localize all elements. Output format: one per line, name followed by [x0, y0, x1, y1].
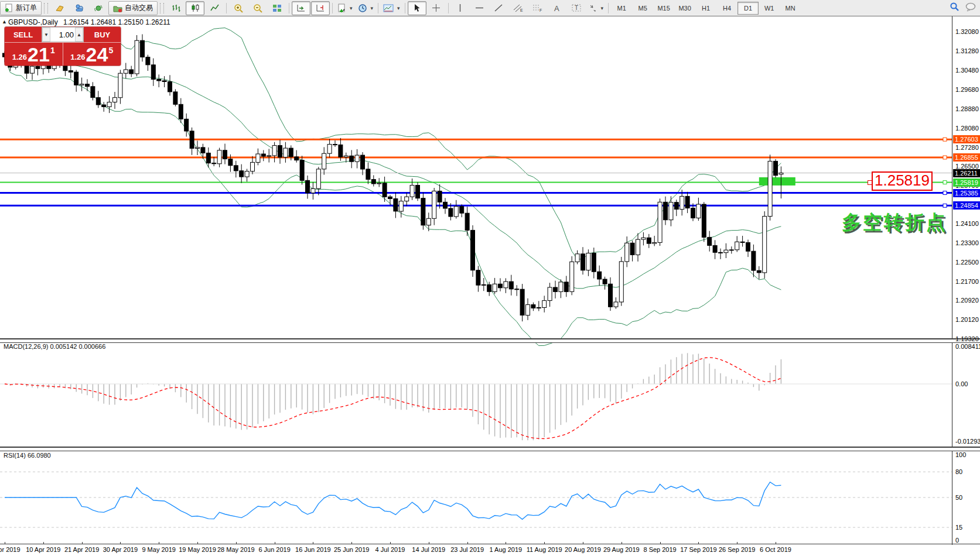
toolbar-grip[interactable]	[160, 3, 164, 13]
price-tick-label: 1.19320	[955, 335, 979, 342]
chart-canvas[interactable]	[0, 0, 980, 556]
level-price-badge: 1.26855	[953, 153, 980, 162]
autotrading-button[interactable]: 自动交易	[108, 1, 158, 15]
timeframe-button-H1[interactable]: H1	[695, 2, 716, 15]
price-axis-line	[952, 16, 952, 545]
timeframe-button-M15[interactable]: M15	[653, 2, 674, 15]
sell-price-big: 21	[28, 44, 50, 64]
date-tick-mark	[43, 542, 44, 544]
new-order-icon	[5, 4, 13, 12]
price-tick-label: 1.28880	[955, 105, 979, 112]
mt4-window: 新订单 自动交易	[0, 0, 980, 556]
arrows-tool-dropdown[interactable]: ▾	[586, 1, 606, 15]
buy-price[interactable]: 1.26 24 5	[63, 43, 121, 66]
panel-separator[interactable]	[0, 338, 980, 343]
fibonacci-tool-icon[interactable]: F	[528, 1, 547, 15]
date-tick-mark	[467, 542, 468, 544]
autotrading-label: 自动交易	[125, 3, 153, 13]
tile-windows-icon[interactable]	[268, 1, 286, 15]
toolbar-right	[950, 2, 976, 14]
macd-tick-label: -0.012931	[955, 438, 980, 445]
macd-main-value: 0.005142	[50, 343, 77, 350]
sell-price[interactable]: 1.26 21 1	[5, 43, 63, 66]
buy-price-sup: 5	[108, 46, 113, 55]
rsi-tick-label: 100	[955, 451, 966, 458]
trendline-tool-icon[interactable]	[490, 1, 508, 15]
volume-increase-button[interactable]: ▲	[75, 28, 83, 42]
timeframe-button-D1[interactable]: D1	[737, 2, 759, 15]
volume-input[interactable]	[50, 28, 75, 42]
new-chart-dropdown[interactable]: ▾	[335, 1, 355, 15]
timeframe-button-M30[interactable]: M30	[674, 2, 695, 15]
bar-chart-icon[interactable]	[166, 1, 185, 15]
chart-symbol: GBPUSD-,Daily	[8, 18, 58, 26]
history-center-icon[interactable]	[50, 1, 69, 15]
date-tick-mark	[197, 542, 198, 544]
toolbar-grip[interactable]	[44, 3, 48, 13]
date-tick-label: 1 Aug 2019	[490, 546, 523, 553]
buy-price-big: 24	[86, 44, 108, 64]
sell-button[interactable]: SELL	[5, 27, 42, 42]
auto-scroll-icon[interactable]	[292, 1, 310, 15]
macd-tick-label: 0.00	[955, 380, 968, 387]
timeframe-button-W1[interactable]: W1	[759, 2, 780, 15]
date-tick-label: 26 Sep 2019	[719, 546, 755, 553]
date-tick-mark	[120, 542, 121, 544]
community-icon[interactable]	[70, 1, 88, 15]
autotrading-icon	[113, 4, 122, 12]
search-icon[interactable]	[950, 2, 959, 14]
level-price-badge: 1.27603	[953, 135, 980, 143]
text-label-tool-icon[interactable]: T	[567, 1, 586, 15]
date-tick-mark	[82, 542, 83, 544]
timeframe-button-H4[interactable]: H4	[716, 2, 737, 15]
date-tick-mark	[275, 542, 275, 544]
date-tick-label: 4 Jul 2019	[375, 546, 405, 553]
panel-collapse-icon[interactable]: ▲	[2, 19, 7, 25]
timeframe-bar: M1M5M15M30H1H4D1W1MN	[611, 2, 801, 15]
date-tick-label: 8 Sep 2019	[643, 546, 676, 553]
date-tick-mark	[159, 542, 159, 544]
rsi-tick-label: 0	[955, 537, 959, 544]
chart-annotation-text: 多空转折点	[842, 210, 947, 236]
macd-signal-value: 0.000666	[78, 343, 105, 350]
date-tick-mark	[390, 542, 391, 544]
equidistant-channel-tool-icon[interactable]: E	[509, 1, 528, 15]
date-tick-mark	[544, 542, 545, 544]
cursor-tool-icon[interactable]	[408, 1, 426, 15]
price-tick-label: 1.32080	[955, 28, 979, 35]
timeframe-button-M5[interactable]: M5	[632, 2, 653, 15]
vertical-line-tool-icon[interactable]	[451, 1, 470, 15]
periods-dropdown[interactable]: ▾	[356, 1, 376, 15]
buy-button[interactable]: BUY	[84, 27, 121, 42]
text-tool-icon[interactable]: A	[548, 1, 566, 15]
new-order-button[interactable]: 新订单	[0, 1, 42, 15]
chat-icon[interactable]	[965, 2, 976, 14]
level-price-badge: 1.24854	[953, 201, 980, 210]
zoom-in-icon[interactable]	[229, 1, 248, 15]
one-click-trading-panel: SELL ▼ ▲ BUY 1.26 21 1 1.26 24 5	[5, 27, 121, 66]
timeframe-button-M1[interactable]: M1	[611, 2, 632, 15]
broadcast-icon[interactable]	[89, 1, 108, 15]
chart-shift-icon[interactable]	[311, 1, 330, 15]
line-chart-icon[interactable]	[205, 1, 224, 15]
crosshair-tool-icon[interactable]	[427, 1, 446, 15]
template-profile-dropdown[interactable]: ▾	[381, 1, 402, 15]
date-tick-label: 9 May 2019	[142, 546, 175, 553]
date-tick-mark	[698, 542, 699, 544]
toolbar-separator	[289, 3, 289, 13]
timeframe-button-MN[interactable]: MN	[780, 2, 801, 15]
panel-separator[interactable]	[0, 447, 980, 451]
price-tick-label: 1.20120	[955, 316, 979, 323]
date-tick-label: 17 Sep 2019	[680, 546, 716, 553]
level-price-badge: 1.25819	[953, 179, 980, 187]
date-tick-label: 11 Aug 2019	[527, 546, 562, 553]
toolbar-separator	[378, 3, 378, 13]
volume-control: ▼ ▲	[42, 27, 84, 42]
volume-decrease-button[interactable]: ▼	[42, 28, 50, 42]
horizontal-line-tool-icon[interactable]	[470, 1, 489, 15]
date-tick-label: 1 Apr 2019	[0, 546, 21, 553]
candlestick-chart-icon[interactable]	[186, 1, 204, 15]
zoom-out-icon[interactable]	[248, 1, 267, 15]
date-tick-label: 19 May 2019	[179, 546, 216, 553]
sell-price-sup: 1	[50, 46, 55, 55]
